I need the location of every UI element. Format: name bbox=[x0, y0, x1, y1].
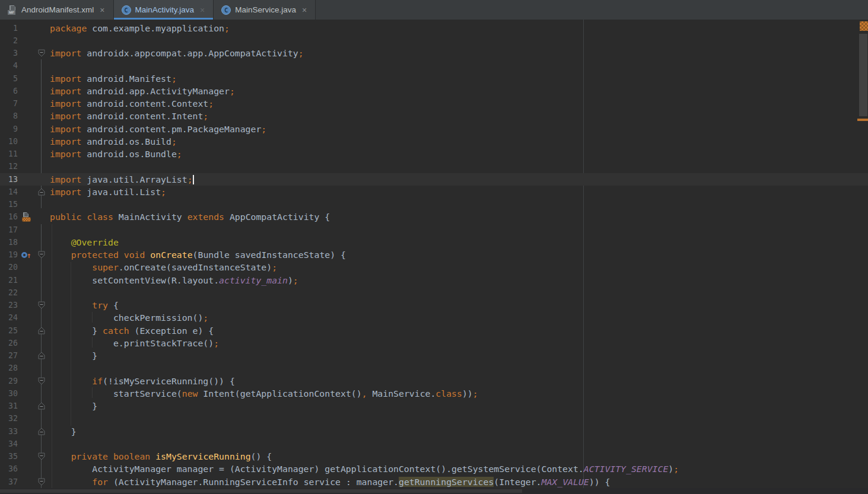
code-text: checkPermission(); bbox=[47, 311, 208, 324]
code-line[interactable]: 36 ActivityManager manager = (ActivityMa… bbox=[0, 463, 868, 475]
line-number: 32 bbox=[0, 412, 18, 425]
code-text: import android.os.Build; bbox=[47, 135, 177, 148]
code-line[interactable]: 14import java.util.List; bbox=[0, 186, 868, 198]
code-line[interactable]: 27 } bbox=[0, 349, 868, 362]
code-line[interactable]: 30 startService(new Intent(getApplicatio… bbox=[0, 387, 868, 400]
code-text: import androidx.appcompat.app.AppCompatA… bbox=[47, 47, 304, 59]
tab-label: AndroidManifest.xml bbox=[21, 5, 94, 14]
code-text: import java.util.List; bbox=[47, 186, 166, 198]
fold-column bbox=[36, 211, 47, 223]
code-line[interactable]: 17 bbox=[0, 224, 868, 236]
line-number: 12 bbox=[0, 160, 18, 173]
close-icon[interactable]: × bbox=[199, 6, 205, 14]
code-line[interactable]: 32 bbox=[0, 412, 868, 425]
code-line[interactable]: 7import android.content.Context; bbox=[0, 97, 868, 110]
fold-marker[interactable] bbox=[36, 248, 47, 261]
code-line[interactable]: 24 checkPermission(); bbox=[0, 311, 868, 324]
code-line[interactable]: 21 setContentView(R.layout.activity_main… bbox=[0, 274, 868, 286]
line-number: 7 bbox=[0, 97, 18, 110]
code-line[interactable]: 4 bbox=[0, 59, 868, 72]
fold-marker[interactable] bbox=[36, 324, 47, 337]
code-line[interactable]: 23 try { bbox=[0, 299, 868, 311]
fold-marker[interactable] bbox=[36, 400, 47, 412]
line-number: 1 bbox=[0, 22, 18, 34]
gutter-spacer bbox=[18, 438, 36, 450]
code-line[interactable]: 22 bbox=[0, 286, 868, 299]
class-icon: C bbox=[122, 5, 131, 15]
tab-mainservice-java[interactable]: C MainService.java × bbox=[214, 0, 316, 20]
code-line[interactable]: 16public class MainActivity extends AppC… bbox=[0, 211, 868, 223]
line-number: 3 bbox=[0, 47, 18, 59]
horizontal-scrollbar-thumb[interactable] bbox=[0, 489, 522, 493]
code-line[interactable]: 8import android.content.Intent; bbox=[0, 110, 868, 122]
close-icon[interactable]: × bbox=[99, 6, 105, 14]
fold-marker[interactable] bbox=[36, 186, 47, 198]
code-text bbox=[47, 438, 50, 450]
line-number: 15 bbox=[0, 198, 18, 211]
code-line[interactable]: 5import android.Manifest; bbox=[0, 72, 868, 85]
gutter-spacer bbox=[18, 362, 36, 374]
code-line[interactable]: 33 } bbox=[0, 425, 868, 438]
code-line[interactable]: 1package com.example.myapplication; bbox=[0, 22, 868, 34]
close-icon[interactable]: × bbox=[301, 6, 307, 14]
code-line[interactable]: 6import android.app.ActivityManager; bbox=[0, 85, 868, 97]
code-line[interactable]: 2 bbox=[0, 34, 868, 47]
code-line[interactable]: 34 bbox=[0, 438, 868, 450]
code-line[interactable]: 37 for (ActivityManager.RunningServiceIn… bbox=[0, 476, 868, 488]
code-line[interactable]: 11import android.os.Bundle; bbox=[0, 148, 868, 160]
code-line[interactable]: 3import androidx.appcompat.app.AppCompat… bbox=[0, 47, 868, 59]
code-text: import java.util.ArrayList; bbox=[47, 173, 194, 186]
tab-androidmanifest-xml[interactable]: MF AndroidManifest.xml × bbox=[0, 0, 114, 20]
code-lines: 1package com.example.myapplication;23imp… bbox=[0, 22, 868, 488]
code-line[interactable]: 26 e.printStackTrace(); bbox=[0, 337, 868, 349]
line-number: 22 bbox=[0, 286, 18, 299]
code-line[interactable]: 31 } bbox=[0, 400, 868, 412]
code-line[interactable]: 35 private boolean isMyServiceRunning() … bbox=[0, 450, 868, 463]
code-text bbox=[47, 34, 50, 47]
gutter-spacer bbox=[18, 299, 36, 311]
android-component-icon[interactable] bbox=[18, 211, 36, 223]
code-text: } catch (Exception e) { bbox=[47, 324, 214, 337]
code-text bbox=[47, 160, 50, 173]
tab-mainactivity-java[interactable]: C MainActivity.java × bbox=[114, 0, 214, 20]
fold-marker[interactable] bbox=[36, 349, 47, 362]
code-line[interactable]: 28 bbox=[0, 362, 868, 374]
code-line[interactable]: 12 bbox=[0, 160, 868, 173]
code-line[interactable]: 20 super.onCreate(savedInstanceState); bbox=[0, 261, 868, 273]
gutter-spacer bbox=[18, 198, 36, 211]
code-line[interactable]: 29 if(!isMyServiceRunning()) { bbox=[0, 375, 868, 387]
overriding-method-icon[interactable]: ↑ bbox=[18, 248, 36, 261]
error-stripe[interactable] bbox=[857, 20, 868, 494]
fold-column bbox=[36, 135, 47, 148]
line-number: 17 bbox=[0, 224, 18, 236]
code-line[interactable]: 15 bbox=[0, 198, 868, 211]
code-text bbox=[47, 412, 50, 425]
code-editor[interactable]: 1package com.example.myapplication;23imp… bbox=[0, 20, 868, 494]
warning-stripe-mark[interactable] bbox=[857, 119, 868, 121]
gutter-spacer bbox=[18, 349, 36, 362]
line-number: 8 bbox=[0, 110, 18, 122]
fold-marker[interactable] bbox=[36, 299, 47, 311]
line-number: 4 bbox=[0, 59, 18, 72]
inspection-status-icon[interactable] bbox=[860, 21, 868, 31]
code-line[interactable]: 9import android.content.pm.PackageManage… bbox=[0, 123, 868, 135]
fold-marker[interactable] bbox=[36, 375, 47, 387]
code-line[interactable]: 19↑ protected void onCreate(Bundle saved… bbox=[0, 248, 868, 261]
code-line[interactable]: 25 } catch (Exception e) { bbox=[0, 324, 868, 337]
fold-marker[interactable] bbox=[36, 450, 47, 463]
code-text: super.onCreate(savedInstanceState); bbox=[47, 261, 277, 273]
code-text: import android.app.ActivityManager; bbox=[47, 85, 235, 97]
horizontal-scrollbar[interactable] bbox=[0, 488, 868, 494]
code-text: try { bbox=[47, 299, 119, 311]
fold-marker[interactable] bbox=[36, 476, 47, 488]
gutter-spacer bbox=[18, 412, 36, 425]
vertical-scrollbar-thumb[interactable] bbox=[859, 34, 867, 116]
code-text: package com.example.myapplication; bbox=[47, 22, 230, 34]
code-line[interactable]: 10import android.os.Build; bbox=[0, 135, 868, 148]
gutter-spacer bbox=[18, 160, 36, 173]
code-line[interactable]: 13import java.util.ArrayList; bbox=[0, 173, 868, 186]
fold-marker[interactable] bbox=[36, 47, 47, 59]
line-number: 30 bbox=[0, 387, 18, 400]
code-line[interactable]: 18 @Override bbox=[0, 236, 868, 248]
fold-marker[interactable] bbox=[36, 425, 47, 438]
